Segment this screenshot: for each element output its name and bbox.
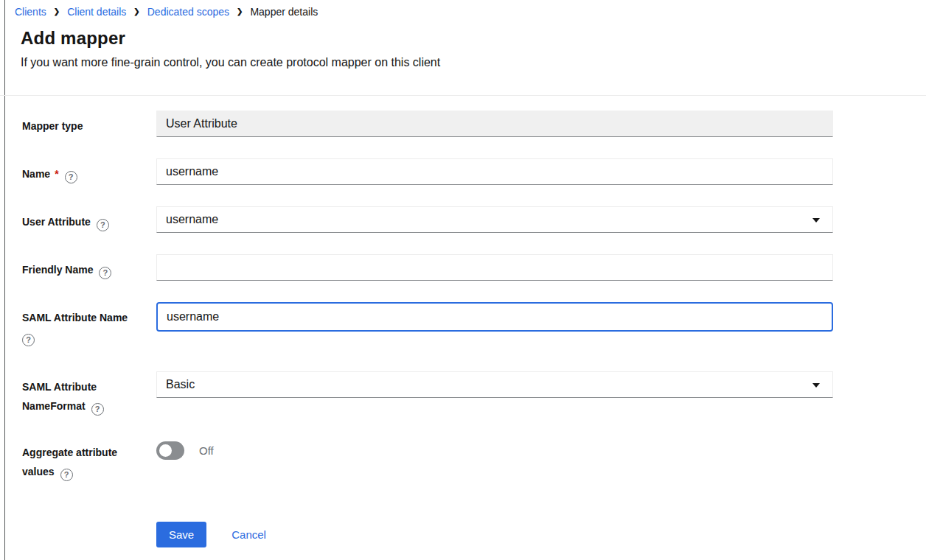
name-label: Name — [22, 168, 50, 180]
aggregate-attribute-values-toggle[interactable] — [156, 441, 184, 460]
form-row-saml-attribute-nameformat: SAML Attribute NameFormat? Basic — [22, 371, 833, 416]
mapper-type-label: Mapper type — [22, 120, 83, 132]
chevron-down-icon — [812, 383, 820, 388]
help-icon[interactable]: ? — [99, 267, 111, 279]
chevron-right-icon: ❯ — [133, 6, 139, 18]
saml-attribute-nameformat-select[interactable]: Basic — [156, 371, 833, 398]
breadcrumb-client-details[interactable]: Client details — [67, 6, 126, 18]
user-attribute-label: User Attribute — [22, 216, 91, 228]
help-icon[interactable]: ? — [22, 334, 35, 346]
name-input[interactable] — [156, 158, 833, 185]
form-row-mapper-type: Mapper type — [22, 111, 833, 137]
saml-attribute-name-label: SAML Attribute Name — [22, 312, 128, 323]
page-title: Add mapper — [21, 27, 926, 49]
user-attribute-select[interactable]: username — [156, 206, 833, 233]
form-row-friendly-name: Friendly Name? — [22, 254, 833, 281]
help-icon[interactable]: ? — [65, 171, 77, 183]
select-value: Basic — [166, 378, 195, 391]
chevron-right-icon: ❯ — [54, 6, 60, 18]
save-button[interactable]: Save — [156, 522, 206, 547]
breadcrumb-mapper-details: Mapper details — [250, 6, 318, 18]
toggle-knob — [159, 444, 172, 457]
form-row-saml-attribute-name: SAML Attribute Name ? — [22, 302, 833, 346]
saml-attribute-name-input[interactable] — [156, 302, 833, 332]
chevron-right-icon: ❯ — [237, 6, 243, 18]
help-icon[interactable]: ? — [60, 469, 73, 481]
add-mapper-form: Mapper type Name*? User Attribute? usern… — [22, 96, 833, 547]
required-indicator: * — [55, 168, 58, 180]
cancel-button[interactable]: Cancel — [232, 528, 266, 541]
form-row-aggregate-attribute-values: Aggregate attribute values? Off — [22, 437, 833, 481]
breadcrumb-clients[interactable]: Clients — [15, 6, 46, 18]
breadcrumb: Clients ❯ Client details ❯ Dedicated sco… — [15, 6, 926, 18]
page-subtitle: If you want more fine-grain control, you… — [21, 55, 926, 69]
mapper-type-input — [156, 111, 833, 137]
form-row-name: Name*? — [22, 158, 833, 185]
chevron-down-icon — [812, 218, 820, 223]
toggle-state-label: Off — [199, 444, 214, 457]
mapper-details-page: Clients ❯ Client details ❯ Dedicated sco… — [0, 0, 926, 547]
saml-attribute-nameformat-label: SAML Attribute NameFormat — [22, 381, 97, 412]
form-actions-row: Save Cancel — [22, 522, 833, 547]
help-icon[interactable]: ? — [91, 403, 104, 416]
breadcrumb-dedicated-scopes[interactable]: Dedicated scopes — [147, 6, 229, 18]
select-value: username — [166, 213, 218, 226]
friendly-name-label: Friendly Name — [22, 264, 93, 276]
form-row-user-attribute: User Attribute? username — [22, 206, 833, 233]
friendly-name-input[interactable] — [156, 254, 833, 281]
help-icon[interactable]: ? — [97, 219, 109, 231]
